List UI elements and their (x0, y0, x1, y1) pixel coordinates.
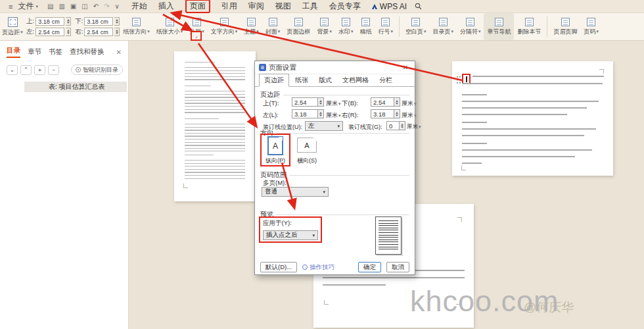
titlebar: ≡ 文件 ▾ ▤ ▥ ▣ ◫ ↶ ↷ ∨ 开始 插入 页面 引用 审阅 视图 工… (0, 0, 644, 13)
dlg-right-input[interactable]: 3.18 (371, 109, 394, 118)
page-setup-dialog: ≣ 页面设置 ✕ 页边距 纸张 版式 文档网格 分栏 页边距 上(T): 2.5… (254, 61, 415, 275)
print-preview-icon[interactable]: ◫ (81, 3, 87, 10)
dlg-top-unit[interactable]: 厘米▾ (326, 99, 341, 108)
ribbon-cover-button[interactable]: 封面▾ (262, 13, 284, 40)
apply-to-select[interactable]: 插入点之后▾ (263, 230, 318, 240)
ribbon-section-nav-button[interactable]: 章节导航 (484, 13, 514, 40)
multi-page-select[interactable]: 普通▾ (262, 187, 329, 197)
dlg-bottom-input[interactable]: 2.54 (371, 97, 394, 107)
sidebar-close-icon[interactable]: ✕ (116, 49, 122, 56)
margin-top-stepper[interactable] (66, 17, 71, 26)
ok-button[interactable]: 确定 (358, 262, 381, 272)
margin-top-input[interactable]: 3.18cm (35, 17, 64, 26)
dlg-right-stepper[interactable] (394, 109, 400, 118)
ribbon-delete-section-button[interactable]: 删除本节 (514, 13, 544, 40)
dlg-right-unit[interactable]: 厘米▾ (402, 111, 417, 120)
ribbon-text-direction-button[interactable]: 文字方向▾ (208, 13, 241, 40)
sidebar-tab-find-replace[interactable]: 查找和替换 (70, 47, 104, 57)
ribbon-background-button[interactable]: 背景▾ (313, 13, 335, 40)
landscape-button[interactable]: A 横向(S) (297, 138, 317, 165)
dialog-tab-columns[interactable]: 分栏 (375, 74, 397, 86)
search-icon[interactable] (415, 3, 422, 10)
redo-icon[interactable]: ↷ (104, 3, 109, 10)
tab-view[interactable]: 视图 (275, 1, 291, 12)
tab-page-layout[interactable]: 页面 (185, 0, 210, 13)
default-button[interactable]: 默认(D)... (260, 262, 297, 272)
sidebar-tab-sections[interactable]: 章节 (28, 47, 41, 57)
smart-toc-button[interactable]: 智能识别目录 (71, 64, 123, 75)
tab-references[interactable]: 引用 (221, 1, 237, 12)
dialog-tab-layout[interactable]: 版式 (314, 74, 336, 86)
document-page-1[interactable] (174, 51, 256, 201)
expand-button[interactable]: ⌃ (20, 65, 32, 75)
text-cursor (466, 76, 467, 82)
zoom-in-button[interactable]: ＋ (34, 65, 45, 75)
tab-tools[interactable]: 工具 (302, 1, 318, 12)
file-menu[interactable]: ≡ 文件 ▾ (5, 1, 38, 12)
wps-ai-button[interactable]: WPS AI (371, 2, 407, 11)
collapse-button[interactable]: ⌄ (7, 65, 18, 75)
ribbon-page-border-button[interactable]: 页面边框 (283, 13, 313, 40)
sidebar-tab-bookmarks[interactable]: 书签 (49, 47, 62, 57)
margin-right-input[interactable]: 2.54cm (84, 28, 113, 36)
drag-handle-icon[interactable] (456, 76, 461, 84)
ribbon-page-number-button[interactable]: 页码▾ (580, 13, 602, 40)
margin-right-stepper[interactable] (114, 28, 120, 36)
ribbon-blank-page-button[interactable]: 空白页▾ (402, 13, 430, 40)
landscape-label: 横向(S) (297, 157, 317, 165)
dialog-close-icon[interactable]: ✕ (400, 64, 411, 71)
portrait-button[interactable]: A (267, 136, 283, 155)
zoom-out-button[interactable]: － (48, 65, 59, 75)
ribbon-margins-button[interactable]: 页边距▾ (0, 13, 25, 40)
tab-member[interactable]: 会员专享 (329, 1, 361, 12)
portrait-icon-letter: A (273, 141, 278, 151)
dlg-left-unit[interactable]: 厘米▾ (326, 111, 341, 120)
document-page-2[interactable] (452, 61, 613, 176)
undo-icon[interactable]: ↶ (93, 3, 99, 10)
ribbon-line-numbers-button[interactable]: 行号▾ (375, 13, 396, 40)
dlg-bottom-unit[interactable]: 厘米▾ (402, 99, 417, 108)
dialog-titlebar[interactable]: ≣ 页面设置 ✕ (255, 61, 415, 74)
save-icon[interactable]: ▤ (47, 3, 53, 10)
hamburger-menu-icon[interactable]: ≡ (9, 3, 12, 11)
dlg-top-input[interactable]: 2.54 (292, 97, 318, 107)
ribbon-manuscript-paper-button[interactable]: 稿纸 (356, 13, 375, 40)
ribbon-header-footer-button[interactable]: 页眉页脚 (550, 13, 580, 40)
margin-bottom-input[interactable]: 3.18cm (84, 17, 113, 26)
tips-icon (302, 265, 308, 270)
ribbon-paper-orientation-button[interactable]: 纸张方向▾ (120, 13, 153, 40)
toc-list-item[interactable]: 表: 项目估算汇总表 (24, 82, 127, 92)
more-commands-icon[interactable]: ∨ (115, 3, 120, 10)
ribbon-theme-button[interactable]: 主题▾ (241, 13, 262, 40)
dialog-title: 页面设置 (269, 63, 296, 72)
dlg-left-input[interactable]: 3.18 (292, 109, 318, 118)
blank-page-icon (411, 18, 420, 26)
tab-insert[interactable]: 插入 (158, 1, 174, 12)
ribbon-paper-size-button[interactable]: 纸张大小▾ (153, 13, 187, 40)
ribbon-separator (547, 16, 547, 37)
tab-review[interactable]: 审阅 (248, 1, 264, 12)
margin-bottom-stepper[interactable] (114, 17, 120, 26)
line-numbers-icon (381, 18, 390, 26)
sidebar-tab-contents[interactable]: 目录 (7, 46, 20, 58)
ribbon-toc-page-button[interactable]: 目录页▾ (429, 13, 457, 40)
dialog-tab-margins[interactable]: 页边距 (259, 74, 289, 87)
print-icon[interactable]: ▣ (70, 3, 76, 10)
margin-left-stepper[interactable] (66, 28, 71, 36)
dialog-tab-paper[interactable]: 纸张 (290, 74, 313, 86)
dlg-left-stepper[interactable] (318, 109, 324, 118)
cancel-button[interactable]: 取消 (386, 262, 409, 272)
export-icon[interactable]: ▥ (58, 3, 64, 10)
tab-home[interactable]: 开始 (131, 1, 147, 12)
margin-left-label: 左: (26, 28, 34, 36)
margin-left-input[interactable]: 2.54cm (35, 28, 64, 36)
dlg-bottom-stepper[interactable] (394, 97, 400, 107)
ribbon-break-button[interactable]: 分隔符▾ (457, 13, 484, 40)
ribbon-watermark-button[interactable]: 水印▾ (335, 13, 357, 40)
landscape-icon: A (297, 138, 317, 153)
page-setup-dialog-launcher[interactable]: ⌟ (191, 31, 202, 41)
tips-link[interactable]: 操作技巧 (302, 263, 334, 272)
wps-ai-icon (371, 3, 378, 10)
dlg-top-stepper[interactable] (318, 97, 324, 107)
dialog-tab-doc-grid[interactable]: 文档网格 (338, 74, 373, 86)
